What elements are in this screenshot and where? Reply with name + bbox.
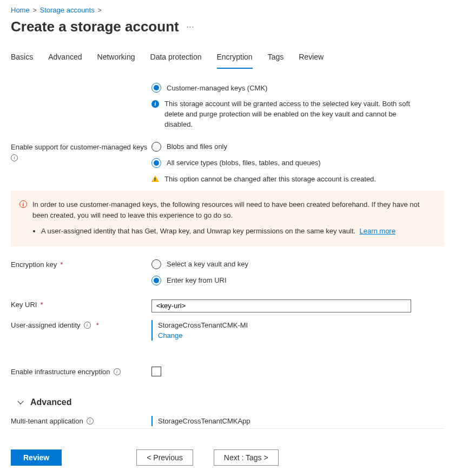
info-text: This storage account will be granted acc… (164, 99, 411, 130)
tab-networking[interactable]: Networking (97, 47, 135, 69)
previous-button[interactable]: < Previous (136, 449, 193, 466)
help-icon[interactable]: i (11, 154, 18, 161)
help-icon[interactable]: i (114, 368, 121, 375)
tabs: Basics Advanced Networking Data protecti… (11, 47, 444, 69)
tab-data-protection[interactable]: Data protection (150, 47, 202, 69)
radio-icon (151, 259, 161, 269)
radio-icon (151, 158, 161, 168)
radio-label: Customer-managed keys (CMK) (167, 84, 267, 92)
breadcrumb-home[interactable]: Home (11, 6, 30, 14)
label-multi-tenant-app: Multi-tenant application (11, 417, 83, 425)
info-icon: i (19, 200, 27, 208)
radio-label: All service types (blobs, files, tables,… (167, 159, 321, 167)
callout-prereq: i In order to use customer-managed keys,… (11, 191, 444, 246)
required-icon: * (60, 260, 63, 269)
divider (11, 428, 444, 429)
required-icon: * (40, 301, 43, 309)
radio-icon (151, 142, 161, 152)
callout-bullet: A user-assigned identity that has Get, W… (41, 226, 434, 237)
radio-blobs-only[interactable]: Blobs and files only (151, 142, 411, 152)
warning-icon (151, 175, 159, 182)
tab-basics[interactable]: Basics (11, 47, 33, 69)
multi-tenant-app-value: StorageCrossTenantCMKApp (158, 417, 250, 425)
chevron-right-icon: > (32, 6, 37, 14)
radio-cmk[interactable]: Customer-managed keys (CMK) (151, 83, 411, 93)
radio-label: Blobs and files only (167, 142, 227, 151)
required-icon: * (96, 321, 99, 329)
label-user-identity: User-assigned identity (11, 321, 81, 329)
section-advanced-toggle[interactable]: Advanced (11, 397, 444, 407)
radio-enter-uri[interactable]: Enter key from URI (151, 276, 411, 285)
review-button[interactable]: Review (11, 449, 62, 466)
help-icon[interactable]: i (84, 322, 91, 329)
label-infra-encryption: Enable infrastructure encryption (11, 368, 110, 376)
radio-all-services[interactable]: All service types (blobs, files, tables,… (151, 158, 411, 168)
warning-text: This option cannot be changed after this… (164, 174, 376, 185)
tab-tags[interactable]: Tags (268, 47, 284, 69)
chevron-right-icon: > (97, 6, 102, 14)
breadcrumb-storage-accounts[interactable]: Storage accounts (40, 6, 95, 14)
key-uri-input[interactable] (151, 299, 411, 312)
radio-label: Enter key from URI (167, 276, 227, 284)
section-title: Advanced (30, 397, 71, 407)
help-icon[interactable]: i (87, 418, 94, 425)
footer: Review < Previous Next : Tags > (0, 449, 455, 476)
callout-text: In order to use customer-managed keys, t… (32, 199, 434, 220)
next-button[interactable]: Next : Tags > (214, 449, 279, 466)
label-enable-cmk: Enable support for customer-managed keys (11, 143, 147, 151)
page-title: Create a storage account (11, 18, 179, 35)
infra-encryption-checkbox[interactable] (151, 367, 161, 376)
change-identity-link[interactable]: Change (158, 331, 183, 340)
radio-select-vault[interactable]: Select a key vault and key (151, 259, 411, 269)
breadcrumb: Home > Storage accounts > (11, 6, 444, 14)
radio-icon (151, 276, 161, 285)
info-icon: i (151, 100, 159, 108)
learn-more-link[interactable]: Learn more (359, 227, 395, 235)
label-encryption-key: Encryption key (11, 260, 57, 269)
tab-encryption[interactable]: Encryption (217, 47, 253, 69)
radio-label: Select a key vault and key (167, 260, 248, 268)
label-key-uri: Key URI (11, 301, 37, 309)
more-icon[interactable]: ··· (187, 22, 195, 31)
identity-value: StorageCrossTenantCMK-MI (158, 321, 411, 329)
chevron-down-icon (17, 398, 23, 404)
radio-icon (151, 83, 161, 93)
tab-review[interactable]: Review (299, 47, 324, 69)
tab-advanced[interactable]: Advanced (48, 47, 82, 69)
